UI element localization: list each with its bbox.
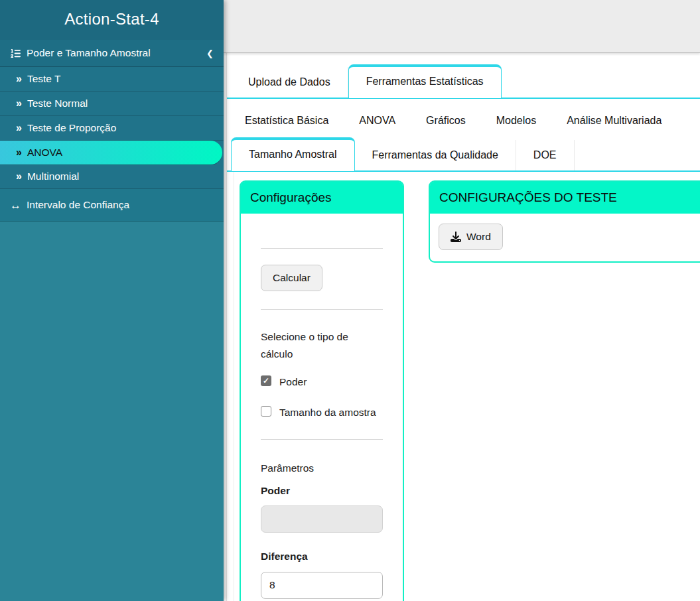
config-panel-header: Configurações xyxy=(241,182,403,214)
tab-label: DOE xyxy=(533,149,557,161)
tab-content-wrapper: Upload de Dados Ferramentas Estatísticas… xyxy=(226,53,700,601)
sidebar-item-label: Multinomial xyxy=(27,170,79,182)
app-title: Action-Stat-4 xyxy=(7,10,217,29)
sidebar-item-intervalo-de-confianca[interactable]: ↔ Intervalo de Confiança xyxy=(0,189,224,222)
sidebar-item-teste-t[interactable]: » Teste T xyxy=(0,67,224,92)
chevron-left-icon: ❮ xyxy=(206,48,214,58)
angle-double-right-icon: » xyxy=(16,98,22,109)
tab-doe[interactable]: DOE xyxy=(516,140,575,170)
checkbox-label: Tamanho da amostra xyxy=(279,405,376,421)
test-config-panel-header: CONFIGURAÇÕES DO TESTE xyxy=(430,182,700,214)
sidebar-header: Action-Stat-4 xyxy=(0,0,224,40)
panels-row: Configurações Calcular Selecione o tipo … xyxy=(234,172,700,601)
tab-ferramentas-da-qualidade[interactable]: Ferramentas da Qualidade xyxy=(355,140,516,170)
checkbox-poder[interactable]: Poder xyxy=(261,374,383,390)
sidebar-item-label: Teste Normal xyxy=(27,98,88,109)
sidebar-item-label: Teste de Proporção xyxy=(27,122,116,134)
angle-double-right-icon: » xyxy=(16,123,22,133)
power-input[interactable] xyxy=(261,505,383,533)
calc-type-label: Selecione o tipo de cálculo xyxy=(261,328,383,362)
tab-upload-de-dados[interactable]: Upload de Dados xyxy=(231,67,348,98)
angle-double-right-icon: » xyxy=(16,74,22,84)
test-config-panel-body: Word xyxy=(430,214,700,261)
config-panel: Configurações Calcular Selecione o tipo … xyxy=(240,180,404,601)
nav-analise-multivariada[interactable]: Análise Multivariada xyxy=(567,115,662,127)
nav-graficos[interactable]: Gráficos xyxy=(426,115,466,127)
tab-label: Tamanho Amostral xyxy=(249,149,337,160)
sidebar-item-label: ANOVA xyxy=(27,147,62,159)
sidebar-menu: Poder e Tamanho Amostral ❮ » Teste T » T… xyxy=(0,40,224,222)
config-panel-body: Calcular Selecione o tipo de cálculo Pod… xyxy=(241,214,403,601)
sidebar-item-multinomial[interactable]: » Multinomial xyxy=(0,165,224,189)
main-area: Upload de Dados Ferramentas Estatísticas… xyxy=(224,0,700,601)
sidebar-item-label: Teste T xyxy=(27,73,61,85)
sidebar-item-poder-e-tamanho-amostral[interactable]: Poder e Tamanho Amostral ❮ xyxy=(0,40,224,67)
tab-label: Ferramentas da Qualidade xyxy=(372,149,498,161)
divider xyxy=(261,248,383,249)
difference-input[interactable] xyxy=(261,572,383,599)
tertiary-tabbar: Tamanho Amostral Ferramentas da Qualidad… xyxy=(227,137,700,172)
nav-anova[interactable]: ANOVA xyxy=(359,115,395,127)
download-icon xyxy=(451,232,461,242)
secondary-nav: Estatística Básica ANOVA Gráficos Modelo… xyxy=(227,99,700,133)
list-ol-icon xyxy=(10,48,21,58)
angle-double-right-icon: » xyxy=(16,171,22,182)
tab-label: Upload de Dados xyxy=(248,76,330,88)
sidebar-item-teste-normal[interactable]: » Teste Normal xyxy=(0,92,224,116)
calculate-button[interactable]: Calcular xyxy=(261,265,322,291)
divider xyxy=(261,309,383,310)
divider xyxy=(261,439,383,440)
word-button-label: Word xyxy=(466,231,491,243)
sidebar: Action-Stat-4 Poder e Tamanho Amostral ❮… xyxy=(0,0,224,601)
sidebar-empty-area xyxy=(0,222,224,601)
nav-modelos[interactable]: Modelos xyxy=(496,115,536,127)
difference-field-label: Diferença xyxy=(261,548,383,565)
checkbox-checked-icon[interactable] xyxy=(261,375,271,386)
sidebar-item-teste-de-proporcao[interactable]: » Teste de Proporção xyxy=(0,116,224,141)
top-header-bar xyxy=(224,0,700,53)
arrows-left-right-icon: ↔ xyxy=(10,200,21,211)
sidebar-item-label: Poder e Tamanho Amostral xyxy=(27,47,206,59)
primary-tabbar: Upload de Dados Ferramentas Estatísticas xyxy=(227,53,700,99)
content-area: Upload de Dados Ferramentas Estatísticas… xyxy=(224,53,700,601)
parameters-label: Parâmetros xyxy=(261,460,383,477)
checkbox-tamanho-da-amostra[interactable]: Tamanho da amostra xyxy=(261,405,383,421)
sidebar-item-anova[interactable]: » ANOVA xyxy=(0,141,222,165)
tab-label: Ferramentas Estatísticas xyxy=(366,76,484,87)
test-config-panel: CONFIGURAÇÕES DO TESTE Word xyxy=(429,180,700,263)
sidebar-item-label: Intervalo de Confiança xyxy=(27,199,129,211)
checkbox-unchecked-icon[interactable] xyxy=(261,406,271,417)
word-export-button[interactable]: Word xyxy=(439,224,503,250)
tab-ferramentas-estatisticas[interactable]: Ferramentas Estatísticas xyxy=(348,64,502,99)
power-field-label: Poder xyxy=(261,482,383,500)
nav-estatistica-basica[interactable]: Estatística Básica xyxy=(245,115,328,127)
checkbox-label: Poder xyxy=(279,374,307,390)
tab-tamanho-amostral[interactable]: Tamanho Amostral xyxy=(231,137,355,172)
angle-double-right-icon: » xyxy=(16,147,22,158)
